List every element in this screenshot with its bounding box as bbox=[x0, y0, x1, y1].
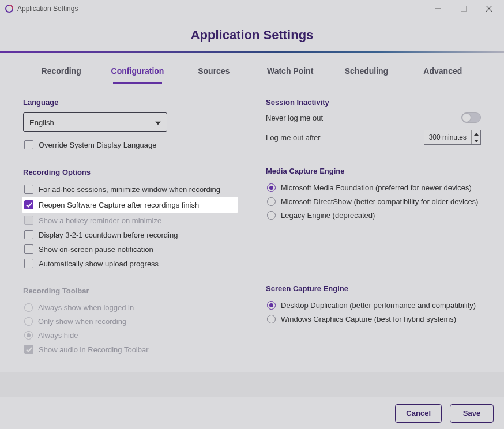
option-minimize-row[interactable]: For ad-hoc sessions, minimize window whe… bbox=[23, 182, 238, 196]
section-recording-options: Recording Options For ad-hoc sessions, m… bbox=[23, 168, 238, 270]
media-directshow-label: Microsoft DirectShow (better compatibili… bbox=[281, 197, 478, 206]
checkbox-icon bbox=[24, 230, 33, 239]
option-countdown-label: Display 3-2-1 countdown before recording bbox=[39, 231, 178, 239]
logout-after-value: 300 minutes bbox=[424, 130, 471, 144]
toolbar-always-logged-label: Always show when logged in bbox=[38, 303, 134, 312]
checkbox-icon bbox=[24, 244, 33, 254]
never-logout-label: Never log me out bbox=[266, 114, 461, 122]
media-directshow-row[interactable]: Microsoft DirectShow (better compatibili… bbox=[266, 195, 481, 208]
toolbar-only-recording-row: Only show when recording bbox=[23, 315, 238, 328]
svg-rect-2 bbox=[461, 6, 467, 11]
section-screen-engine: Screen Capture Engine Desktop Duplicatio… bbox=[266, 284, 481, 326]
never-logout-toggle[interactable] bbox=[461, 112, 481, 123]
option-reopen-label: Reopen Software Capture after recordings… bbox=[39, 201, 199, 209]
dialog-footer: Cancel Save bbox=[0, 397, 504, 429]
override-language-label: Override System Display Language bbox=[39, 141, 157, 149]
window-titlebar: Application Settings bbox=[0, 0, 504, 17]
tab-advanced[interactable]: Advanced bbox=[405, 57, 481, 84]
tab-configuration[interactable]: Configuration bbox=[99, 57, 175, 84]
section-title-language: Language bbox=[23, 98, 238, 107]
tab-scheduling[interactable]: Scheduling bbox=[328, 57, 404, 84]
section-recording-toolbar: Recording Toolbar Always show when logge… bbox=[23, 287, 238, 356]
media-legacy-row[interactable]: Legacy Engine (deprecated) bbox=[266, 209, 481, 222]
toolbar-always-hide-row: Always hide bbox=[23, 329, 238, 342]
minimize-button[interactable] bbox=[426, 0, 451, 17]
tab-bar: Recording Configuration Sources Watch Po… bbox=[0, 53, 504, 84]
never-logout-row: Never log me out bbox=[266, 112, 481, 123]
option-minimize-label: For ad-hoc sessions, minimize window whe… bbox=[39, 185, 220, 194]
media-legacy-label: Legacy Engine (deprecated) bbox=[281, 211, 375, 220]
logout-after-spinbox[interactable]: 300 minutes bbox=[424, 130, 481, 145]
right-column: Session Inactivity Never log me out Log … bbox=[266, 98, 481, 372]
settings-content: Language English Override System Display… bbox=[0, 84, 504, 372]
checkbox-icon bbox=[24, 140, 33, 149]
option-hotkey-row: Show a hotkey reminder on minimize bbox=[23, 213, 238, 227]
option-upload-progress-label: Automatically show upload progress bbox=[39, 259, 159, 268]
screen-dd-row[interactable]: Desktop Duplication (better performance … bbox=[266, 299, 481, 312]
media-mmf-label: Microsoft Media Foundation (preferred fo… bbox=[281, 183, 472, 192]
spinbox-arrows bbox=[471, 130, 480, 144]
section-title-recording-toolbar: Recording Toolbar bbox=[23, 287, 238, 295]
section-language: Language English Override System Display… bbox=[23, 98, 238, 152]
checkbox-disabled-checked-icon bbox=[24, 345, 33, 354]
language-select[interactable]: English bbox=[23, 112, 167, 132]
section-media-engine: Media Capture Engine Microsoft Media Fou… bbox=[266, 167, 481, 222]
checkbox-icon bbox=[24, 185, 33, 194]
spin-down-button[interactable] bbox=[472, 137, 480, 144]
close-button[interactable] bbox=[476, 0, 502, 17]
checkbox-icon bbox=[24, 259, 33, 268]
radio-selected-icon bbox=[267, 183, 276, 192]
toolbar-only-recording-label: Only show when recording bbox=[38, 317, 126, 326]
radio-selected-icon bbox=[267, 301, 276, 310]
checkbox-disabled-icon bbox=[24, 216, 33, 225]
logout-after-label: Log me out after bbox=[266, 133, 424, 142]
option-hotkey-label: Show a hotkey reminder on minimize bbox=[39, 216, 161, 225]
page-title: Application Settings bbox=[0, 17, 504, 51]
toolbar-show-audio-row: Show audio in Recording Toolbar bbox=[23, 343, 238, 356]
left-column: Language English Override System Display… bbox=[23, 98, 238, 372]
section-title-media-engine: Media Capture Engine bbox=[266, 167, 481, 175]
section-title-screen-engine: Screen Capture Engine bbox=[266, 284, 481, 293]
media-mmf-row[interactable]: Microsoft Media Foundation (preferred fo… bbox=[266, 181, 481, 194]
radio-icon bbox=[24, 303, 33, 312]
language-value: English bbox=[29, 118, 54, 127]
spin-up-button[interactable] bbox=[472, 130, 480, 137]
save-button[interactable]: Save bbox=[450, 404, 494, 423]
maximize-button[interactable] bbox=[451, 0, 476, 17]
dropdown-caret-icon bbox=[155, 118, 161, 127]
screen-wgc-label: Windows Graphics Capture (best for hybri… bbox=[281, 315, 456, 323]
window-title: Application Settings bbox=[17, 5, 78, 13]
cancel-button[interactable]: Cancel bbox=[395, 404, 442, 423]
option-pause-notif-label: Show on-screen pause notification bbox=[39, 245, 153, 254]
tab-sources[interactable]: Sources bbox=[176, 57, 252, 84]
option-upload-progress-row[interactable]: Automatically show upload progress bbox=[23, 257, 238, 270]
section-session-inactivity: Session Inactivity Never log me out Log … bbox=[266, 98, 481, 145]
tab-watch-point[interactable]: Watch Point bbox=[252, 57, 328, 84]
radio-icon bbox=[24, 317, 33, 326]
logout-after-row: Log me out after 300 minutes bbox=[266, 130, 481, 145]
toolbar-always-hide-label: Always hide bbox=[38, 331, 78, 340]
radio-icon bbox=[267, 197, 276, 206]
option-pause-notif-row[interactable]: Show on-screen pause notification bbox=[23, 242, 238, 256]
screen-wgc-row[interactable]: Windows Graphics Capture (best for hybri… bbox=[266, 313, 481, 326]
toolbar-always-logged-row: Always show when logged in bbox=[23, 301, 238, 314]
radio-selected-icon bbox=[24, 331, 33, 340]
toolbar-show-audio-label: Show audio in Recording Toolbar bbox=[39, 345, 149, 354]
tab-recording[interactable]: Recording bbox=[23, 57, 99, 84]
option-reopen-row[interactable]: Reopen Software Capture after recordings… bbox=[22, 197, 238, 213]
radio-icon bbox=[267, 211, 276, 220]
checkbox-checked-icon bbox=[24, 200, 33, 209]
screen-dd-label: Desktop Duplication (better performance … bbox=[281, 301, 476, 310]
app-logo-icon bbox=[5, 4, 14, 13]
section-title-recording-options: Recording Options bbox=[23, 168, 238, 176]
override-language-checkbox-row[interactable]: Override System Display Language bbox=[23, 138, 238, 152]
radio-icon bbox=[267, 315, 276, 323]
option-countdown-row[interactable]: Display 3-2-1 countdown before recording bbox=[23, 228, 238, 242]
section-title-session-inactivity: Session Inactivity bbox=[266, 98, 481, 107]
